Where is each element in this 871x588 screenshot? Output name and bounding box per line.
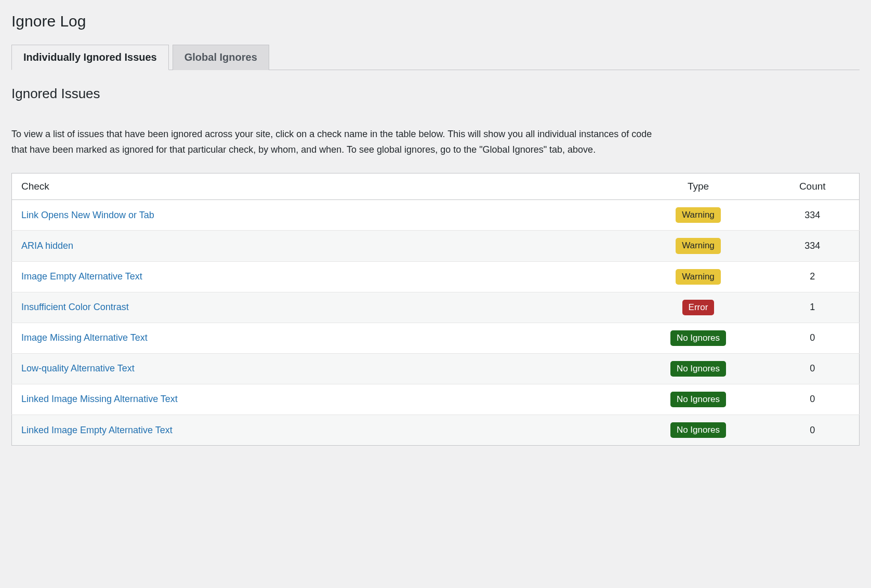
tabs-nav: Individually Ignored Issues Global Ignor… — [11, 45, 860, 70]
cell-check: Link Opens New Window or Tab — [12, 200, 631, 231]
cell-check: ARIA hidden — [12, 231, 631, 261]
type-badge: No Ignores — [670, 422, 726, 438]
table-header-check: Check — [12, 173, 631, 200]
type-badge: No Ignores — [670, 392, 726, 407]
cell-type: Warning — [631, 200, 766, 231]
type-badge: No Ignores — [670, 330, 726, 346]
check-link[interactable]: Link Opens New Window or Tab — [21, 210, 154, 220]
cell-count: 334 — [766, 200, 860, 231]
check-link[interactable]: Low-quality Alternative Text — [21, 363, 135, 373]
ignored-issues-table: Check Type Count Link Opens New Window o… — [11, 173, 860, 446]
cell-type: Warning — [631, 231, 766, 261]
type-badge: Warning — [676, 207, 721, 223]
page-title: Ignore Log — [11, 10, 860, 30]
table-header-type: Type — [631, 173, 766, 200]
table-header-count: Count — [766, 173, 860, 200]
cell-type: No Ignores — [631, 323, 766, 353]
tab-global-ignores[interactable]: Global Ignores — [173, 45, 269, 70]
cell-type: Warning — [631, 261, 766, 292]
type-badge: Warning — [676, 238, 721, 253]
check-link[interactable]: ARIA hidden — [21, 240, 73, 251]
cell-type: Error — [631, 292, 766, 323]
table-row: Linked Image Missing Alternative TextNo … — [12, 384, 860, 415]
cell-count: 0 — [766, 415, 860, 446]
table-row: Linked Image Empty Alternative TextNo Ig… — [12, 415, 860, 446]
cell-count: 334 — [766, 231, 860, 261]
check-link[interactable]: Image Empty Alternative Text — [21, 271, 142, 282]
cell-type: No Ignores — [631, 415, 766, 446]
cell-count: 0 — [766, 384, 860, 415]
cell-count: 0 — [766, 323, 860, 353]
cell-type: No Ignores — [631, 353, 766, 384]
table-row: ARIA hiddenWarning334 — [12, 231, 860, 261]
check-link[interactable]: Linked Image Empty Alternative Text — [21, 425, 173, 435]
cell-type: No Ignores — [631, 384, 766, 415]
check-link[interactable]: Image Missing Alternative Text — [21, 332, 148, 343]
table-row: Insufficient Color ContrastError1 — [12, 292, 860, 323]
cell-count: 0 — [766, 353, 860, 384]
tab-individual-ignores[interactable]: Individually Ignored Issues — [11, 45, 169, 70]
type-badge: Error — [682, 300, 715, 315]
cell-check: Linked Image Missing Alternative Text — [12, 384, 631, 415]
type-badge: No Ignores — [670, 361, 726, 377]
cell-count: 2 — [766, 261, 860, 292]
cell-check: Linked Image Empty Alternative Text — [12, 415, 631, 446]
section-description: To view a list of issues that have been … — [11, 127, 666, 157]
cell-check: Image Missing Alternative Text — [12, 323, 631, 353]
section-title: Ignored Issues — [11, 86, 860, 102]
check-link[interactable]: Linked Image Missing Alternative Text — [21, 394, 178, 404]
check-link[interactable]: Insufficient Color Contrast — [21, 302, 129, 312]
cell-count: 1 — [766, 292, 860, 323]
table-row: Link Opens New Window or TabWarning334 — [12, 200, 860, 231]
table-row: Image Missing Alternative TextNo Ignores… — [12, 323, 860, 353]
cell-check: Low-quality Alternative Text — [12, 353, 631, 384]
cell-check: Image Empty Alternative Text — [12, 261, 631, 292]
table-row: Image Empty Alternative TextWarning2 — [12, 261, 860, 292]
cell-check: Insufficient Color Contrast — [12, 292, 631, 323]
table-row: Low-quality Alternative TextNo Ignores0 — [12, 353, 860, 384]
type-badge: Warning — [676, 269, 721, 285]
